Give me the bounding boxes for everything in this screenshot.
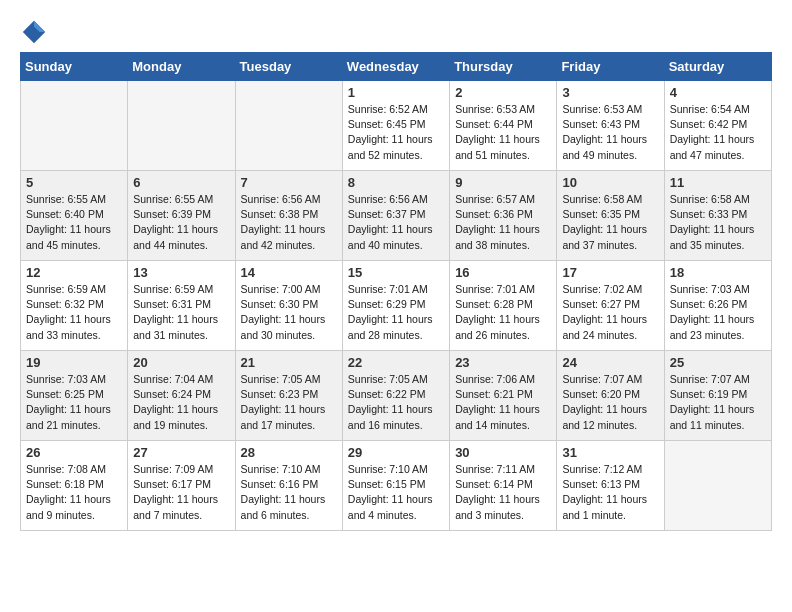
day-number: 9 [455,175,551,190]
calendar-cell: 7Sunrise: 6:56 AMSunset: 6:38 PMDaylight… [235,171,342,261]
day-info: Sunrise: 6:57 AMSunset: 6:36 PMDaylight:… [455,192,551,253]
day-number: 24 [562,355,658,370]
calendar-cell: 10Sunrise: 6:58 AMSunset: 6:35 PMDayligh… [557,171,664,261]
day-number: 23 [455,355,551,370]
day-number: 19 [26,355,122,370]
calendar-cell: 2Sunrise: 6:53 AMSunset: 6:44 PMDaylight… [450,81,557,171]
column-header-tuesday: Tuesday [235,53,342,81]
calendar-header-row: SundayMondayTuesdayWednesdayThursdayFrid… [21,53,772,81]
calendar-cell [664,441,771,531]
day-info: Sunrise: 7:04 AMSunset: 6:24 PMDaylight:… [133,372,229,433]
column-header-wednesday: Wednesday [342,53,449,81]
day-number: 22 [348,355,444,370]
calendar-cell: 4Sunrise: 6:54 AMSunset: 6:42 PMDaylight… [664,81,771,171]
calendar-cell: 18Sunrise: 7:03 AMSunset: 6:26 PMDayligh… [664,261,771,351]
calendar-cell: 16Sunrise: 7:01 AMSunset: 6:28 PMDayligh… [450,261,557,351]
calendar-cell: 22Sunrise: 7:05 AMSunset: 6:22 PMDayligh… [342,351,449,441]
day-info: Sunrise: 7:02 AMSunset: 6:27 PMDaylight:… [562,282,658,343]
calendar-cell: 15Sunrise: 7:01 AMSunset: 6:29 PMDayligh… [342,261,449,351]
day-info: Sunrise: 7:10 AMSunset: 6:16 PMDaylight:… [241,462,337,523]
day-info: Sunrise: 7:01 AMSunset: 6:28 PMDaylight:… [455,282,551,343]
calendar-cell: 26Sunrise: 7:08 AMSunset: 6:18 PMDayligh… [21,441,128,531]
calendar-week-row: 5Sunrise: 6:55 AMSunset: 6:40 PMDaylight… [21,171,772,261]
day-info: Sunrise: 6:54 AMSunset: 6:42 PMDaylight:… [670,102,766,163]
column-header-monday: Monday [128,53,235,81]
day-info: Sunrise: 6:56 AMSunset: 6:38 PMDaylight:… [241,192,337,253]
day-info: Sunrise: 7:07 AMSunset: 6:20 PMDaylight:… [562,372,658,433]
day-number: 18 [670,265,766,280]
calendar-cell: 14Sunrise: 7:00 AMSunset: 6:30 PMDayligh… [235,261,342,351]
calendar-cell: 27Sunrise: 7:09 AMSunset: 6:17 PMDayligh… [128,441,235,531]
day-number: 30 [455,445,551,460]
calendar-cell [21,81,128,171]
day-info: Sunrise: 7:00 AMSunset: 6:30 PMDaylight:… [241,282,337,343]
day-info: Sunrise: 7:07 AMSunset: 6:19 PMDaylight:… [670,372,766,433]
day-info: Sunrise: 7:05 AMSunset: 6:23 PMDaylight:… [241,372,337,433]
calendar-week-row: 12Sunrise: 6:59 AMSunset: 6:32 PMDayligh… [21,261,772,351]
day-info: Sunrise: 6:58 AMSunset: 6:33 PMDaylight:… [670,192,766,253]
day-info: Sunrise: 7:01 AMSunset: 6:29 PMDaylight:… [348,282,444,343]
day-number: 29 [348,445,444,460]
day-info: Sunrise: 6:55 AMSunset: 6:39 PMDaylight:… [133,192,229,253]
calendar-week-row: 19Sunrise: 7:03 AMSunset: 6:25 PMDayligh… [21,351,772,441]
day-number: 21 [241,355,337,370]
day-info: Sunrise: 7:12 AMSunset: 6:13 PMDaylight:… [562,462,658,523]
calendar-cell: 13Sunrise: 6:59 AMSunset: 6:31 PMDayligh… [128,261,235,351]
calendar-week-row: 1Sunrise: 6:52 AMSunset: 6:45 PMDaylight… [21,81,772,171]
calendar-week-row: 26Sunrise: 7:08 AMSunset: 6:18 PMDayligh… [21,441,772,531]
day-number: 10 [562,175,658,190]
day-number: 7 [241,175,337,190]
column-header-thursday: Thursday [450,53,557,81]
day-number: 11 [670,175,766,190]
day-info: Sunrise: 6:55 AMSunset: 6:40 PMDaylight:… [26,192,122,253]
day-number: 13 [133,265,229,280]
day-number: 8 [348,175,444,190]
day-number: 14 [241,265,337,280]
calendar-cell: 24Sunrise: 7:07 AMSunset: 6:20 PMDayligh… [557,351,664,441]
day-number: 3 [562,85,658,100]
day-number: 2 [455,85,551,100]
day-number: 28 [241,445,337,460]
day-info: Sunrise: 7:05 AMSunset: 6:22 PMDaylight:… [348,372,444,433]
day-info: Sunrise: 6:59 AMSunset: 6:31 PMDaylight:… [133,282,229,343]
calendar-cell: 31Sunrise: 7:12 AMSunset: 6:13 PMDayligh… [557,441,664,531]
column-header-friday: Friday [557,53,664,81]
logo-icon [20,18,48,46]
day-number: 27 [133,445,229,460]
day-number: 4 [670,85,766,100]
calendar-cell: 1Sunrise: 6:52 AMSunset: 6:45 PMDaylight… [342,81,449,171]
day-info: Sunrise: 6:52 AMSunset: 6:45 PMDaylight:… [348,102,444,163]
day-info: Sunrise: 7:10 AMSunset: 6:15 PMDaylight:… [348,462,444,523]
day-info: Sunrise: 6:53 AMSunset: 6:44 PMDaylight:… [455,102,551,163]
calendar-cell [128,81,235,171]
day-info: Sunrise: 6:58 AMSunset: 6:35 PMDaylight:… [562,192,658,253]
header [20,10,772,46]
day-number: 17 [562,265,658,280]
calendar-cell: 29Sunrise: 7:10 AMSunset: 6:15 PMDayligh… [342,441,449,531]
day-info: Sunrise: 7:09 AMSunset: 6:17 PMDaylight:… [133,462,229,523]
calendar-cell: 20Sunrise: 7:04 AMSunset: 6:24 PMDayligh… [128,351,235,441]
day-info: Sunrise: 7:06 AMSunset: 6:21 PMDaylight:… [455,372,551,433]
day-number: 20 [133,355,229,370]
calendar-cell: 9Sunrise: 6:57 AMSunset: 6:36 PMDaylight… [450,171,557,261]
calendar-table: SundayMondayTuesdayWednesdayThursdayFrid… [20,52,772,531]
column-header-saturday: Saturday [664,53,771,81]
day-info: Sunrise: 6:59 AMSunset: 6:32 PMDaylight:… [26,282,122,343]
calendar-cell: 17Sunrise: 7:02 AMSunset: 6:27 PMDayligh… [557,261,664,351]
calendar-cell: 8Sunrise: 6:56 AMSunset: 6:37 PMDaylight… [342,171,449,261]
logo [20,18,52,46]
calendar-cell: 5Sunrise: 6:55 AMSunset: 6:40 PMDaylight… [21,171,128,261]
day-number: 6 [133,175,229,190]
day-info: Sunrise: 7:03 AMSunset: 6:26 PMDaylight:… [670,282,766,343]
day-number: 15 [348,265,444,280]
day-number: 25 [670,355,766,370]
day-number: 26 [26,445,122,460]
day-info: Sunrise: 7:03 AMSunset: 6:25 PMDaylight:… [26,372,122,433]
day-info: Sunrise: 7:11 AMSunset: 6:14 PMDaylight:… [455,462,551,523]
day-info: Sunrise: 6:53 AMSunset: 6:43 PMDaylight:… [562,102,658,163]
calendar-cell: 12Sunrise: 6:59 AMSunset: 6:32 PMDayligh… [21,261,128,351]
day-number: 16 [455,265,551,280]
day-number: 1 [348,85,444,100]
day-info: Sunrise: 6:56 AMSunset: 6:37 PMDaylight:… [348,192,444,253]
calendar-cell [235,81,342,171]
